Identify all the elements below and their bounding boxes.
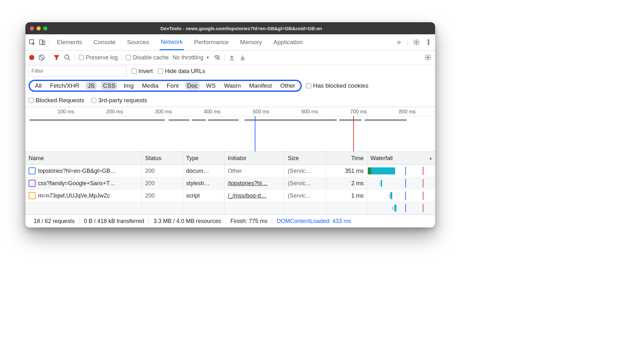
throttling-select[interactable]: No throttling ▼	[172, 54, 210, 61]
minimize-window-button[interactable]	[37, 26, 41, 30]
network-conditions-icon[interactable]	[213, 54, 220, 61]
clear-icon[interactable]	[38, 54, 45, 61]
disable-cache-checkbox[interactable]: Disable cache	[126, 54, 169, 61]
more-tabs-icon[interactable]: »	[395, 39, 402, 46]
separator	[49, 54, 49, 61]
table-row[interactable]: topstories?hl=en-GB&gl=GB…200docum…Other…	[25, 165, 435, 177]
request-name: topstories?hl=en-GB&gl=GB…	[38, 168, 116, 174]
blocked-requests-label: Blocked Requests	[36, 97, 84, 104]
timeline-tick: 400 ms	[204, 109, 220, 115]
file-type-icon	[29, 180, 36, 187]
file-type-icon	[29, 192, 36, 199]
device-toolbar-icon[interactable]	[39, 39, 46, 46]
request-initiator: Other	[225, 165, 285, 177]
tab-performance[interactable]: Performance	[193, 35, 230, 50]
status-finish: Finish: 775 ms	[226, 218, 272, 225]
tab-network[interactable]: Network	[159, 35, 184, 50]
table-row[interactable]: m=n73qwf,UUJqVe,MpJwZc200script/_/mss/bo…	[25, 190, 435, 202]
requests-table: Name Status Type Initiator Size Time Wat…	[25, 152, 435, 214]
type-chip-ws[interactable]: WS	[204, 82, 218, 90]
request-type: stylesh…	[183, 177, 225, 189]
panel-tabs: ElementsConsoleSourcesNetworkPerformance…	[25, 34, 435, 51]
request-size: (Servic…	[285, 177, 326, 189]
svg-point-10	[427, 57, 429, 58]
window-title: DevTools - news.google.com/topstories?hl…	[52, 26, 431, 31]
inspect-element-icon[interactable]	[29, 39, 36, 46]
type-chip-other[interactable]: Other	[278, 82, 297, 90]
type-chip-fetchxhr[interactable]: Fetch/XHR	[48, 82, 81, 90]
file-type-icon	[29, 167, 36, 174]
chevron-down-icon: ▼	[206, 55, 210, 60]
svg-point-5	[428, 42, 429, 43]
table-row[interactable]: css?family=Google+Sans+T…200stylesh…/top…	[25, 177, 435, 190]
filter-input[interactable]	[29, 66, 126, 77]
tab-application[interactable]: Application	[272, 35, 304, 50]
request-initiator[interactable]: /_/mss/boq-d…	[225, 190, 285, 202]
tab-sources[interactable]: Sources	[126, 35, 151, 50]
type-chip-doc[interactable]: Doc	[185, 82, 200, 90]
filter-row: Invert Hide data URLs	[25, 65, 435, 78]
type-chip-wasm[interactable]: Wasm	[222, 82, 243, 90]
kebab-menu-icon[interactable]	[425, 39, 432, 46]
separator	[122, 54, 122, 61]
col-time[interactable]: Time	[326, 152, 367, 165]
network-settings-gear-icon[interactable]	[424, 54, 431, 61]
col-type[interactable]: Type	[183, 152, 225, 165]
record-button[interactable]	[29, 55, 34, 60]
timeline-tick: 300 ms	[155, 109, 172, 115]
third-party-requests-checkbox[interactable]: 3rd-party requests	[91, 97, 147, 104]
has-blocked-cookies-checkbox[interactable]: Has blocked cookies	[306, 82, 368, 89]
col-status[interactable]: Status	[142, 152, 183, 165]
status-transferred: 0 B / 418 kB transferred	[79, 218, 149, 225]
overview-timeline[interactable]: 100 ms200 ms300 ms400 ms500 ms600 ms700 …	[25, 107, 435, 152]
invert-checkbox[interactable]: Invert	[131, 68, 153, 75]
search-icon[interactable]	[64, 54, 71, 61]
preserve-log-checkbox[interactable]: Preserve log	[79, 54, 118, 61]
status-requests: 18 / 62 requests	[29, 218, 79, 225]
request-initiator[interactable]: /topstories?hl…	[225, 177, 285, 189]
status-dcl: DOMContentLoaded: 433 ms	[272, 218, 355, 225]
table-header: Name Status Type Initiator Size Time Wat…	[25, 152, 435, 165]
request-waterfall	[367, 177, 435, 189]
request-name: m=n73qwf,UUJqVe,MpJwZc	[38, 192, 110, 199]
settings-gear-icon[interactable]	[413, 39, 420, 46]
status-bar: 18 / 62 requests 0 B / 418 kB transferre…	[25, 214, 435, 227]
timeline-tick: 500 ms	[253, 109, 269, 115]
timeline-tick: 100 ms	[57, 109, 74, 115]
domcontentloaded-marker	[255, 116, 255, 152]
tab-console[interactable]: Console	[92, 35, 117, 50]
type-chip-js[interactable]: JS	[86, 82, 97, 90]
maximize-window-button[interactable]	[43, 26, 47, 30]
type-chip-img[interactable]: Img	[122, 82, 136, 90]
download-har-icon[interactable]	[239, 54, 246, 61]
col-initiator[interactable]: Initiator	[225, 152, 285, 165]
col-size[interactable]: Size	[285, 152, 326, 165]
hide-data-urls-checkbox[interactable]: Hide data URLs	[158, 68, 205, 75]
throttling-label: No throttling	[172, 54, 203, 61]
blocked-requests-checkbox[interactable]: Blocked Requests	[29, 97, 84, 104]
network-toolbar: Preserve log Disable cache No throttling…	[25, 51, 435, 65]
type-chip-manifest[interactable]: Manifest	[247, 82, 274, 90]
filter-funnel-icon[interactable]	[53, 54, 60, 61]
svg-point-4	[428, 40, 429, 41]
tab-elements[interactable]: Elements	[56, 35, 83, 50]
svg-point-3	[415, 41, 417, 43]
preserve-log-label: Preserve log	[86, 54, 118, 61]
col-name[interactable]: Name	[25, 152, 142, 165]
type-chip-media[interactable]: Media	[140, 82, 160, 90]
tab-memory[interactable]: Memory	[239, 35, 263, 50]
request-type: docum…	[183, 165, 225, 177]
type-chip-font[interactable]: Font	[165, 82, 181, 90]
type-chip-all[interactable]: All	[33, 82, 44, 90]
request-status: 200	[142, 190, 183, 202]
close-window-button[interactable]	[30, 26, 34, 30]
col-waterfall[interactable]: Waterfall	[367, 152, 435, 165]
svg-point-6	[428, 44, 429, 45]
request-type-filter-row: AllFetch/XHRJSCSSImgMediaFontDocWSWasmMa…	[25, 78, 435, 94]
disable-cache-label: Disable cache	[133, 54, 169, 61]
upload-har-icon[interactable]	[228, 54, 235, 61]
request-size: (Servic…	[285, 190, 326, 202]
request-size: (Servic…	[285, 165, 326, 177]
table-row[interactable]	[25, 202, 435, 214]
type-chip-css[interactable]: CSS	[101, 82, 117, 90]
